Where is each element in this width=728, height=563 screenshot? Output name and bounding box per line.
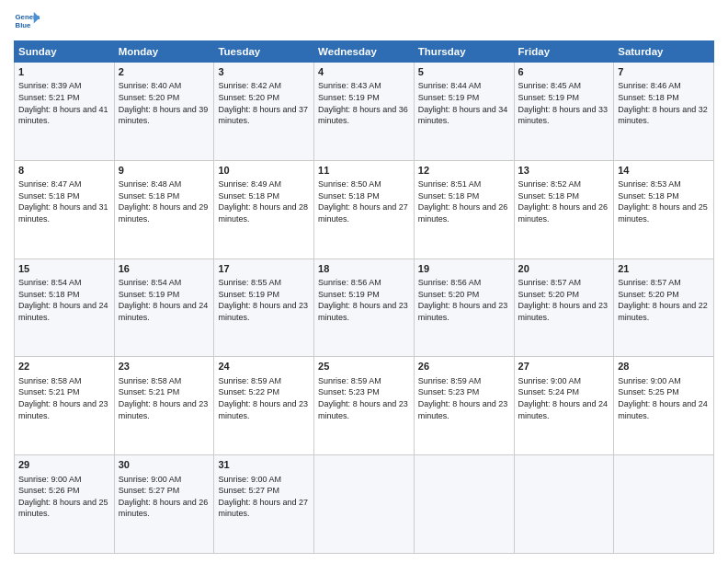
sunrise: Sunrise: 8:48 AM bbox=[119, 179, 182, 189]
sunset: Sunset: 5:18 PM bbox=[318, 191, 380, 201]
daylight: Daylight: 8 hours and 27 minutes. bbox=[318, 202, 408, 224]
day-number: 5 bbox=[418, 65, 510, 79]
sunrise: Sunrise: 8:53 AM bbox=[618, 179, 681, 189]
day-number: 23 bbox=[119, 360, 210, 373]
calendar-cell: 10Sunrise: 8:49 AMSunset: 5:18 PMDayligh… bbox=[214, 160, 314, 259]
sunrise: Sunrise: 8:58 AM bbox=[18, 376, 82, 385]
day-number: 16 bbox=[119, 262, 210, 276]
daylight: Daylight: 8 hours and 23 minutes. bbox=[318, 399, 408, 420]
day-number: 15 bbox=[18, 262, 110, 276]
header-day: Thursday bbox=[414, 41, 514, 63]
day-number: 22 bbox=[18, 360, 110, 373]
sunrise: Sunrise: 8:51 AM bbox=[418, 179, 482, 189]
sunrise: Sunrise: 8:42 AM bbox=[218, 81, 281, 90]
sunrise: Sunrise: 8:49 AM bbox=[218, 179, 281, 189]
sunset: Sunset: 5:21 PM bbox=[18, 93, 80, 102]
day-number: 27 bbox=[518, 360, 610, 373]
day-number: 1 bbox=[18, 65, 110, 79]
day-number: 28 bbox=[618, 360, 710, 373]
calendar-cell: 26Sunrise: 8:59 AMSunset: 5:23 PMDayligh… bbox=[414, 357, 514, 455]
sunrise: Sunrise: 8:50 AM bbox=[318, 179, 381, 189]
daylight: Daylight: 8 hours and 23 minutes. bbox=[318, 301, 408, 322]
day-number: 7 bbox=[618, 65, 710, 79]
sunrise: Sunrise: 8:59 AM bbox=[318, 376, 381, 385]
sunset: Sunset: 5:19 PM bbox=[318, 290, 380, 299]
calendar-cell: 12Sunrise: 8:51 AMSunset: 5:18 PMDayligh… bbox=[414, 160, 514, 259]
sunrise: Sunrise: 8:59 AM bbox=[218, 376, 281, 385]
calendar-cell: 19Sunrise: 8:56 AMSunset: 5:20 PMDayligh… bbox=[414, 259, 514, 357]
calendar-cell: 5Sunrise: 8:44 AMSunset: 5:19 PMDaylight… bbox=[414, 63, 514, 161]
sunrise: Sunrise: 8:45 AM bbox=[518, 81, 582, 90]
header-day: Tuesday bbox=[214, 41, 314, 63]
daylight: Daylight: 8 hours and 23 minutes. bbox=[418, 399, 508, 420]
calendar-cell: 30Sunrise: 9:00 AMSunset: 5:27 PMDayligh… bbox=[114, 455, 214, 554]
calendar-cell: 2Sunrise: 8:40 AMSunset: 5:20 PMDaylight… bbox=[114, 63, 214, 161]
sunset: Sunset: 5:27 PM bbox=[218, 486, 279, 495]
sunset: Sunset: 5:18 PM bbox=[119, 191, 180, 201]
calendar-cell: 9Sunrise: 8:48 AMSunset: 5:18 PMDaylight… bbox=[114, 160, 214, 259]
sunrise: Sunrise: 8:54 AM bbox=[18, 278, 82, 287]
calendar-cell: 15Sunrise: 8:54 AMSunset: 5:18 PMDayligh… bbox=[15, 259, 115, 357]
daylight: Daylight: 8 hours and 23 minutes. bbox=[418, 301, 508, 322]
sunset: Sunset: 5:18 PM bbox=[218, 191, 279, 201]
sunset: Sunset: 5:21 PM bbox=[18, 387, 80, 396]
daylight: Daylight: 8 hours and 23 minutes. bbox=[218, 399, 308, 420]
day-number: 24 bbox=[218, 360, 310, 373]
sunrise: Sunrise: 9:00 AM bbox=[119, 475, 182, 484]
sunrise: Sunrise: 8:56 AM bbox=[318, 278, 381, 287]
sunset: Sunset: 5:18 PM bbox=[418, 191, 480, 201]
calendar-cell: 23Sunrise: 8:58 AMSunset: 5:21 PMDayligh… bbox=[114, 357, 214, 455]
day-number: 30 bbox=[119, 458, 210, 472]
day-number: 31 bbox=[218, 458, 310, 472]
daylight: Daylight: 8 hours and 41 minutes. bbox=[18, 105, 108, 126]
daylight: Daylight: 8 hours and 37 minutes. bbox=[218, 105, 308, 126]
calendar-week-row: 8Sunrise: 8:47 AMSunset: 5:18 PMDaylight… bbox=[15, 160, 714, 259]
calendar-cell: 21Sunrise: 8:57 AMSunset: 5:20 PMDayligh… bbox=[614, 259, 714, 357]
day-number: 21 bbox=[618, 262, 710, 276]
day-number: 10 bbox=[218, 164, 310, 178]
day-number: 13 bbox=[518, 164, 610, 178]
calendar-week-row: 15Sunrise: 8:54 AMSunset: 5:18 PMDayligh… bbox=[15, 259, 714, 357]
calendar-cell: 7Sunrise: 8:46 AMSunset: 5:18 PMDaylight… bbox=[614, 63, 714, 161]
day-number: 11 bbox=[318, 164, 410, 178]
daylight: Daylight: 8 hours and 27 minutes. bbox=[218, 498, 308, 519]
header: General Blue bbox=[14, 9, 714, 35]
sunset: Sunset: 5:18 PM bbox=[18, 290, 80, 299]
sunset: Sunset: 5:24 PM bbox=[518, 387, 580, 396]
sunset: Sunset: 5:18 PM bbox=[518, 191, 580, 201]
day-number: 14 bbox=[618, 164, 710, 178]
day-number: 25 bbox=[318, 360, 410, 373]
daylight: Daylight: 8 hours and 26 minutes. bbox=[418, 202, 508, 224]
daylight: Daylight: 8 hours and 26 minutes. bbox=[518, 202, 609, 224]
calendar-cell: 4Sunrise: 8:43 AMSunset: 5:19 PMDaylight… bbox=[314, 63, 415, 161]
daylight: Daylight: 8 hours and 39 minutes. bbox=[119, 105, 209, 126]
header-day: Wednesday bbox=[314, 41, 415, 63]
header-day: Monday bbox=[114, 41, 214, 63]
calendar-cell: 20Sunrise: 8:57 AMSunset: 5:20 PMDayligh… bbox=[514, 259, 614, 357]
daylight: Daylight: 8 hours and 24 minutes. bbox=[119, 301, 209, 322]
calendar-week-row: 1Sunrise: 8:39 AMSunset: 5:21 PMDaylight… bbox=[15, 63, 714, 161]
sunset: Sunset: 5:18 PM bbox=[618, 191, 679, 201]
calendar-cell bbox=[514, 455, 614, 554]
sunset: Sunset: 5:20 PM bbox=[119, 93, 180, 102]
calendar-table: SundayMondayTuesdayWednesdayThursdayFrid… bbox=[14, 40, 714, 554]
sunset: Sunset: 5:19 PM bbox=[418, 93, 480, 102]
logo: General Blue bbox=[14, 9, 43, 35]
daylight: Daylight: 8 hours and 34 minutes. bbox=[418, 105, 508, 126]
daylight: Daylight: 8 hours and 25 minutes. bbox=[618, 202, 708, 224]
calendar-cell: 29Sunrise: 9:00 AMSunset: 5:26 PMDayligh… bbox=[15, 455, 115, 554]
calendar-cell: 1Sunrise: 8:39 AMSunset: 5:21 PMDaylight… bbox=[15, 63, 115, 161]
day-number: 19 bbox=[418, 262, 510, 276]
sunset: Sunset: 5:19 PM bbox=[318, 93, 380, 102]
sunset: Sunset: 5:18 PM bbox=[618, 93, 679, 102]
sunset: Sunset: 5:20 PM bbox=[618, 290, 679, 299]
sunset: Sunset: 5:18 PM bbox=[18, 191, 80, 201]
calendar-cell bbox=[614, 455, 714, 554]
sunrise: Sunrise: 8:52 AM bbox=[518, 179, 582, 189]
daylight: Daylight: 8 hours and 23 minutes. bbox=[18, 399, 108, 420]
calendar-cell: 6Sunrise: 8:45 AMSunset: 5:19 PMDaylight… bbox=[514, 63, 614, 161]
calendar-week-row: 29Sunrise: 9:00 AMSunset: 5:26 PMDayligh… bbox=[15, 455, 714, 554]
sunrise: Sunrise: 8:56 AM bbox=[418, 278, 482, 287]
calendar-cell: 22Sunrise: 8:58 AMSunset: 5:21 PMDayligh… bbox=[15, 357, 115, 455]
sunset: Sunset: 5:20 PM bbox=[418, 290, 480, 299]
